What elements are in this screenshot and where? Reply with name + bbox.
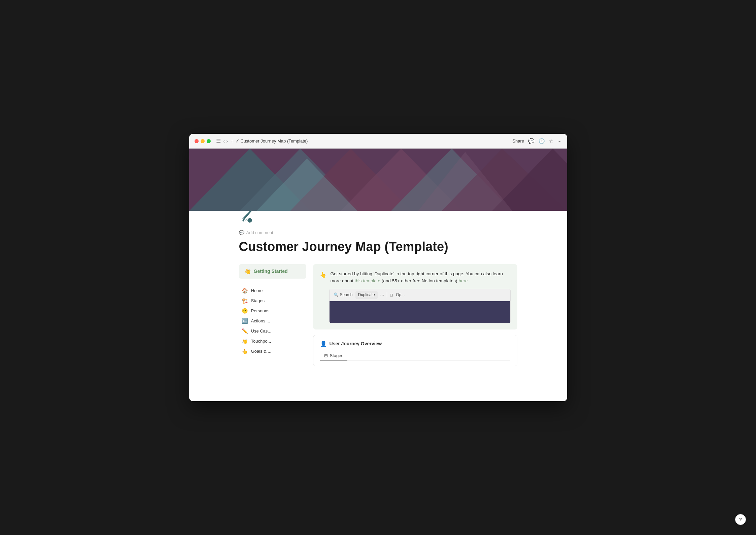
back-icon[interactable]: ‹ (224, 138, 225, 144)
nav-item-touchpoints[interactable]: 👋 Touchpo... (239, 336, 306, 346)
mini-search-label[interactable]: Search (340, 292, 353, 298)
tab-stages-label: Stages (330, 353, 343, 358)
mini-more-icon[interactable]: ··· (380, 291, 384, 298)
content-area: 💬 Add comment Customer Journey Map (Temp… (189, 230, 567, 380)
mini-open-label[interactable]: Op... (396, 292, 405, 298)
nav-item-touchpoints-label: Touchpo... (251, 339, 271, 344)
mini-browser: 🔍 Search Duplicate ··· ◻ Op... (329, 289, 511, 323)
nav-item-stages-label: Stages (251, 298, 265, 303)
journey-overview-card: 👤 User Journey Overview ⊞ Stages (313, 335, 517, 366)
title-bar-actions: Share 💬 🕐 ☆ ··· (512, 138, 561, 144)
more-options-icon[interactable]: ··· (557, 138, 562, 144)
getting-started-card[interactable]: 👋 Getting Started (239, 264, 306, 279)
page-title-bar: Customer Journey Map (Template) (240, 138, 510, 144)
sidebar-toggle-icon[interactable]: ☰ (216, 138, 221, 144)
getting-started-label: Getting Started (254, 269, 288, 274)
svg-point-11 (247, 218, 252, 223)
close-button[interactable] (195, 139, 199, 143)
personas-icon: 🙂 (242, 308, 248, 314)
journey-header: 👤 User Journey Overview (320, 341, 510, 347)
home-icon: 🏠 (242, 288, 248, 294)
mini-divider (387, 292, 387, 297)
nav-item-goals[interactable]: 👆 Goals & ... (239, 346, 306, 356)
mini-search-icon: 🔍 (334, 292, 339, 298)
nav-item-home[interactable]: 🏠 Home (239, 286, 306, 296)
add-page-icon[interactable]: + (231, 138, 234, 144)
nav-item-actions-label: Actions ... (251, 318, 270, 323)
page-heading: Customer Journey Map (Template) (239, 239, 517, 255)
tab-stages[interactable]: ⊞ Stages (320, 351, 347, 360)
nav-item-use-cases[interactable]: ✏️ Use Cas... (239, 326, 306, 336)
page-content: 𝓁 💬 Add comment Customer Journey Map (Te… (189, 149, 567, 401)
getting-started-emoji: 👋 (244, 268, 251, 275)
info-text-middle: (and 55+ other free Notion templates) (382, 278, 459, 283)
info-card: 👆 Get started by hitting 'Duplicate' in … (313, 264, 517, 329)
help-button[interactable]: ? (735, 514, 746, 525)
two-col-layout: 👋 Getting Started 🏠 Home 🏗️ Stages (239, 264, 517, 366)
info-text-after: . (469, 278, 470, 283)
here-link[interactable]: here (458, 278, 468, 283)
info-card-inner: 👆 Get started by hitting 'Duplicate' in … (320, 270, 511, 285)
share-button[interactable]: Share (512, 138, 524, 144)
mini-duplicate-button[interactable]: Duplicate (355, 291, 378, 299)
star-icon[interactable]: ☆ (549, 138, 553, 144)
journey-title: User Journey Overview (330, 341, 382, 346)
nav-arrows: ‹ › (224, 138, 228, 144)
left-nav: 👋 Getting Started 🏠 Home 🏗️ Stages (239, 264, 306, 366)
nav-item-personas[interactable]: 🙂 Personas (239, 306, 306, 316)
mini-notion-icon: ◻ (390, 292, 393, 298)
goals-icon: 👆 (242, 348, 248, 354)
page-icon-small: 𝓁 (236, 138, 238, 144)
info-emoji: 👆 (320, 271, 327, 279)
nav-item-personas-label: Personas (251, 308, 270, 313)
minimize-button[interactable] (201, 139, 205, 143)
journey-tabs: ⊞ Stages (320, 351, 510, 360)
journey-icon: 👤 (320, 341, 327, 347)
use-cases-icon: ✏️ (242, 328, 248, 334)
stages-icon: 🏗️ (242, 298, 248, 304)
comment-icon[interactable]: 💬 (528, 138, 535, 144)
comment-small-icon: 💬 (239, 230, 244, 235)
hero-background-svg (189, 149, 567, 211)
mini-page-preview (330, 301, 510, 323)
add-comment-row[interactable]: 💬 Add comment (239, 230, 517, 235)
nav-item-goals-label: Goals & ... (251, 349, 272, 354)
tab-stages-grid-icon: ⊞ (324, 353, 328, 358)
this-template-link[interactable]: this template (355, 278, 381, 283)
browser-window: ☰ ‹ › + 𝓁 Customer Journey Map (Template… (189, 134, 567, 401)
actions-icon: ⬅️ (242, 318, 248, 324)
nav-list: 🏠 Home 🏗️ Stages 🙂 Personas ⬅️ (239, 283, 306, 356)
nav-item-actions[interactable]: ⬅️ Actions ... (239, 316, 306, 326)
maximize-button[interactable] (207, 139, 211, 143)
mini-toolbar: 🔍 Search Duplicate ··· ◻ Op... (330, 289, 510, 301)
nav-item-stages[interactable]: 🏗️ Stages (239, 296, 306, 306)
add-comment-label[interactable]: Add comment (246, 230, 273, 235)
nav-item-home-label: Home (251, 288, 263, 293)
svg-rect-7 (189, 149, 567, 211)
title-bar: ☰ ‹ › + 𝓁 Customer Journey Map (Template… (189, 134, 567, 149)
forward-icon[interactable]: › (226, 138, 228, 144)
mini-search: 🔍 Search (334, 292, 353, 298)
right-content: 👆 Get started by hitting 'Duplicate' in … (313, 264, 517, 366)
hero-banner (189, 149, 567, 211)
touchpoints-icon: 👋 (242, 338, 248, 344)
nav-item-use-cases-label: Use Cas... (251, 328, 272, 334)
info-text: Get started by hitting 'Duplicate' in th… (331, 270, 511, 285)
history-icon[interactable]: 🕐 (539, 138, 545, 144)
traffic-lights (195, 139, 211, 143)
